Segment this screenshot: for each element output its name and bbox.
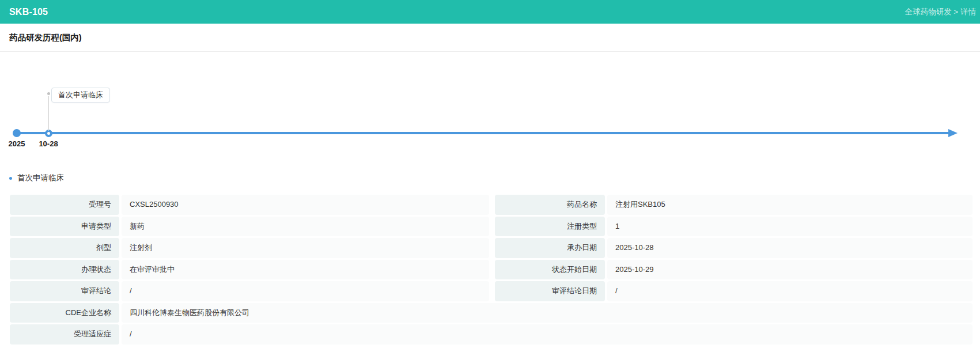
field-label: 申请类型 [10, 217, 119, 237]
tooltip-connector-dot-icon [47, 92, 50, 95]
table-row: 办理状态 在审评审批中 状态开始日期 2025-10-29 [10, 260, 973, 280]
drug-code-title: SKB-105 [9, 7, 48, 17]
timeline-arrow-icon [948, 129, 958, 137]
field-label: 受理号 [10, 195, 119, 215]
event-heading: 首次申请临床 [0, 173, 980, 183]
table-row: 申请类型 新药 注册类型 1 [10, 217, 973, 237]
event-tooltip: 首次申请临床 [51, 88, 110, 103]
event-detail-section: 首次申请临床 受理号 CXSL2500930 药品名称 注射用SKB105 申请… [0, 153, 980, 345]
field-label: 状态开始日期 [495, 260, 605, 280]
field-label: 承办日期 [495, 238, 605, 258]
detail-fields-table: 受理号 CXSL2500930 药品名称 注射用SKB105 申请类型 新药 注… [10, 195, 973, 345]
field-label: CDE企业名称 [10, 303, 119, 323]
field-value: / [607, 281, 973, 301]
breadcrumb[interactable]: 全球药物研发 > 详情 [905, 7, 976, 17]
field-label: 注册类型 [495, 217, 605, 237]
page-header: SKB-105 全球药物研发 > 详情 [0, 0, 980, 24]
bullet-icon [9, 177, 12, 180]
field-value: 在审评审批中 [122, 260, 489, 280]
timeline-axis [16, 132, 949, 134]
timeline-year-label: 2025 [6, 139, 28, 148]
field-value: / [122, 324, 973, 345]
table-row: 剂型 注射剂 承办日期 2025-10-28 [10, 238, 973, 258]
table-row: 受理号 CXSL2500930 药品名称 注射用SKB105 [10, 195, 973, 215]
section-title-bar: 药品研发历程(国内) [0, 24, 980, 52]
table-row: 审评结论 / 审评结论日期 / [10, 281, 973, 301]
field-value: 四川科伦博泰生物医药股份有限公司 [122, 303, 973, 323]
field-label: 药品名称 [495, 195, 605, 215]
field-value: 2025-10-28 [607, 238, 973, 258]
development-timeline: 首次申请临床 2025 10-28 [0, 52, 980, 153]
table-row: CDE企业名称 四川科伦博泰生物医药股份有限公司 [10, 303, 973, 323]
field-value: / [122, 281, 489, 301]
section-title: 药品研发历程(国内) [9, 32, 82, 43]
field-value: CXSL2500930 [122, 195, 489, 215]
drug-detail-page: SKB-105 全球药物研发 > 详情 药品研发历程(国内) 首次申请临床 20… [0, 0, 980, 352]
field-label: 受理适应症 [10, 324, 119, 345]
table-row: 受理适应症 / [10, 324, 973, 345]
field-value: 2025-10-29 [607, 260, 973, 280]
field-value: 注射剂 [122, 238, 489, 258]
field-label: 剂型 [10, 238, 119, 258]
field-label: 办理状态 [10, 260, 119, 280]
event-heading-label: 首次申请临床 [17, 173, 64, 183]
field-value: 注射用SKB105 [607, 195, 973, 215]
field-value: 新药 [122, 217, 489, 237]
timeline-date-label: 10-28 [35, 139, 62, 148]
field-label: 审评结论日期 [495, 281, 605, 301]
field-label: 审评结论 [10, 281, 119, 301]
tooltip-connector-line [48, 96, 49, 131]
timeline-origin-dot-icon [13, 129, 21, 137]
field-value: 1 [607, 217, 973, 237]
